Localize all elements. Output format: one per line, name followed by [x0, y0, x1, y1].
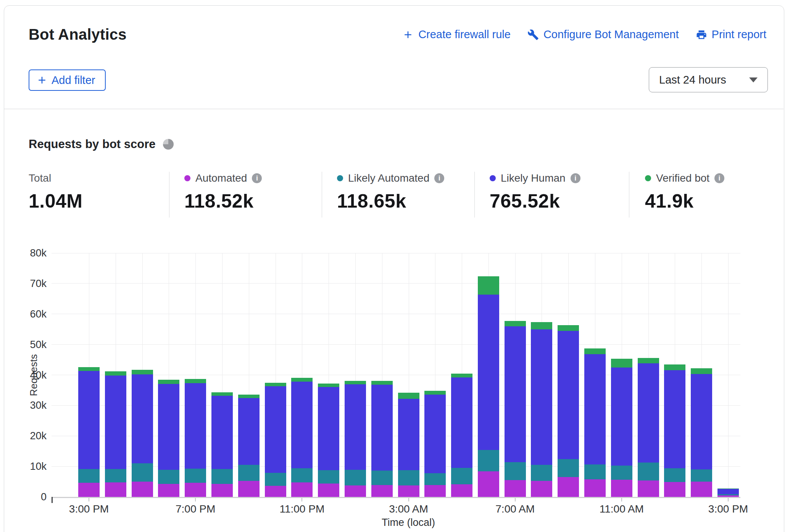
bar-segment-automated[interactable]	[132, 482, 153, 497]
bar-segment-verified-bot[interactable]	[691, 368, 712, 374]
bar-segment-verified-bot[interactable]	[638, 358, 659, 363]
bar-segment-automated[interactable]	[398, 485, 419, 497]
bar-segment-likely-human[interactable]	[398, 399, 419, 470]
bar-segment-likely-automated[interactable]	[238, 465, 260, 481]
bar-segment-automated[interactable]	[158, 484, 179, 497]
bar-segment-likely-human[interactable]	[451, 377, 472, 468]
bar-segment-automated[interactable]	[505, 480, 526, 497]
legend-item-verified-bot[interactable]: Verified boti	[645, 172, 724, 185]
bar-segment-likely-automated[interactable]	[265, 473, 286, 486]
bar-segment-likely-automated[interactable]	[717, 494, 739, 495]
bar-segment-likely-human[interactable]	[691, 374, 712, 469]
bar-segment-likely-human[interactable]	[478, 295, 499, 450]
legend-item-likely-human[interactable]: Likely Humani	[490, 172, 580, 185]
bar-segment-likely-automated[interactable]	[424, 473, 446, 485]
bar-segment-likely-human[interactable]	[611, 368, 632, 465]
bar-segment-verified-bot[interactable]	[584, 348, 606, 354]
bar-segment-likely-automated[interactable]	[478, 450, 499, 471]
header-link-create-firewall-rule[interactable]: Create firewall rule	[402, 28, 511, 41]
bar-segment-likely-automated[interactable]	[211, 469, 233, 484]
bar-segment-automated[interactable]	[318, 484, 339, 497]
bar-segment-verified-bot[interactable]	[78, 367, 100, 371]
header-link-print-report[interactable]: Print report	[696, 28, 766, 41]
bar-segment-automated[interactable]	[611, 480, 632, 497]
bar-segment-verified-bot[interactable]	[318, 384, 339, 387]
bar-segment-automated[interactable]	[78, 483, 100, 497]
bar-segment-verified-bot[interactable]	[558, 325, 579, 331]
bar-segment-likely-human[interactable]	[558, 331, 579, 459]
bar-segment-verified-bot[interactable]	[345, 381, 366, 385]
add-filter-button[interactable]: Add filter	[29, 69, 106, 91]
bar-segment-likely-automated[interactable]	[505, 462, 526, 480]
bar-segment-automated[interactable]	[371, 485, 393, 497]
bar-segment-likely-automated[interactable]	[611, 466, 632, 480]
bar-segment-verified-bot[interactable]	[664, 364, 685, 370]
bar-segment-likely-automated[interactable]	[291, 468, 313, 483]
bar-segment-likely-automated[interactable]	[185, 469, 206, 483]
bar-segment-automated[interactable]	[291, 482, 313, 497]
bar-segment-likely-human[interactable]	[105, 376, 126, 469]
bar-segment-verified-bot[interactable]	[371, 381, 393, 385]
bar-segment-likely-automated[interactable]	[105, 469, 126, 483]
bar-segment-likely-automated[interactable]	[78, 469, 100, 483]
bar-segment-likely-human[interactable]	[664, 370, 685, 468]
bar-segment-likely-automated[interactable]	[398, 470, 419, 485]
bar-segment-likely-automated[interactable]	[584, 464, 606, 479]
bar-segment-automated[interactable]	[451, 484, 472, 497]
bar-segment-likely-automated[interactable]	[318, 470, 339, 484]
bar-segment-likely-automated[interactable]	[691, 469, 712, 482]
bar-segment-likely-automated[interactable]	[371, 471, 393, 485]
legend-item-likely-automated[interactable]: Likely Automatedi	[337, 172, 444, 185]
bar-segment-likely-human[interactable]	[211, 396, 233, 469]
header-link-configure-bot-management[interactable]: Configure Bot Management	[527, 28, 679, 41]
bar-segment-likely-automated[interactable]	[558, 459, 579, 477]
bar-segment-likely-automated[interactable]	[638, 463, 659, 480]
bar-segment-likely-automated[interactable]	[345, 470, 366, 486]
bar-segment-verified-bot[interactable]	[531, 322, 552, 329]
bar-segment-automated[interactable]	[424, 485, 446, 497]
bar-segment-automated[interactable]	[638, 480, 659, 497]
info-icon[interactable]: i	[434, 173, 444, 183]
bar-segment-automated[interactable]	[691, 482, 712, 497]
bar-segment-automated[interactable]	[185, 483, 206, 497]
bar-segment-verified-bot[interactable]	[265, 383, 286, 386]
bar-segment-verified-bot[interactable]	[132, 370, 153, 374]
bar-segment-verified-bot[interactable]	[238, 395, 260, 398]
bar-segment-likely-automated[interactable]	[132, 463, 153, 482]
bar-segment-likely-human[interactable]	[78, 371, 100, 469]
bar-segment-automated[interactable]	[478, 471, 499, 497]
bar-segment-verified-bot[interactable]	[158, 380, 179, 384]
legend-item-automated[interactable]: Automatedi	[184, 172, 262, 185]
bar-segment-likely-human[interactable]	[717, 489, 739, 494]
bar-segment-likely-human[interactable]	[505, 326, 526, 462]
bar-segment-likely-human[interactable]	[638, 363, 659, 463]
bar-segment-automated[interactable]	[105, 482, 126, 497]
bar-segment-likely-human[interactable]	[584, 354, 606, 464]
bar-segment-verified-bot[interactable]	[211, 392, 233, 396]
info-icon[interactable]: i	[252, 173, 262, 183]
bar-segment-verified-bot[interactable]	[291, 378, 313, 382]
time-range-select[interactable]: Last 24 hours	[649, 67, 768, 92]
bar-segment-verified-bot[interactable]	[478, 276, 499, 295]
info-icon[interactable]: i	[714, 173, 724, 183]
bar-segment-verified-bot[interactable]	[105, 371, 126, 376]
bar-segment-likely-automated[interactable]	[531, 465, 552, 481]
bar-segment-verified-bot[interactable]	[717, 488, 739, 489]
bar-segment-verified-bot[interactable]	[611, 359, 632, 368]
bar-segment-automated[interactable]	[345, 485, 366, 497]
bar-segment-likely-human[interactable]	[424, 395, 446, 473]
bar-segment-likely-human[interactable]	[371, 385, 393, 471]
bar-segment-likely-automated[interactable]	[451, 468, 472, 484]
bar-segment-likely-automated[interactable]	[158, 470, 179, 484]
bar-segment-automated[interactable]	[265, 486, 286, 497]
bar-segment-likely-human[interactable]	[185, 383, 206, 469]
bar-segment-automated[interactable]	[531, 481, 552, 497]
bar-segment-likely-human[interactable]	[238, 398, 260, 465]
bar-segment-likely-human[interactable]	[132, 374, 153, 463]
bar-segment-verified-bot[interactable]	[451, 374, 472, 377]
bar-segment-likely-human[interactable]	[158, 384, 179, 469]
bar-segment-automated[interactable]	[238, 481, 260, 497]
info-icon[interactable]: i	[571, 173, 580, 183]
bar-segment-likely-human[interactable]	[291, 382, 313, 468]
bar-segment-likely-human[interactable]	[345, 384, 366, 470]
